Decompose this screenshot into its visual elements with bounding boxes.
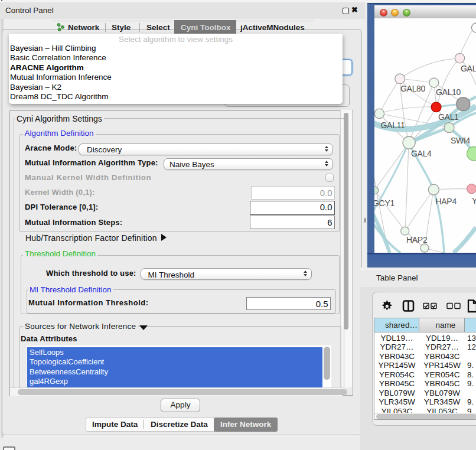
svg-text:SWI4: SWI4 bbox=[451, 136, 471, 145]
svg-text:GAL7: GAL7 bbox=[461, 64, 476, 73]
svg-text:GAL4: GAL4 bbox=[411, 149, 432, 158]
svg-text:GAL11: GAL11 bbox=[381, 120, 406, 130]
svg-text:GAL1: GAL1 bbox=[438, 112, 459, 122]
svg-text:GCY1: GCY1 bbox=[374, 198, 395, 208]
svg-text:GAL80: GAL80 bbox=[400, 84, 426, 93]
svg-text:HAP2: HAP2 bbox=[406, 235, 428, 244]
svg-text:GAL10: GAL10 bbox=[436, 87, 461, 97]
svg-text:Y: Y bbox=[472, 196, 476, 206]
svg-text:HAP4: HAP4 bbox=[436, 197, 457, 206]
